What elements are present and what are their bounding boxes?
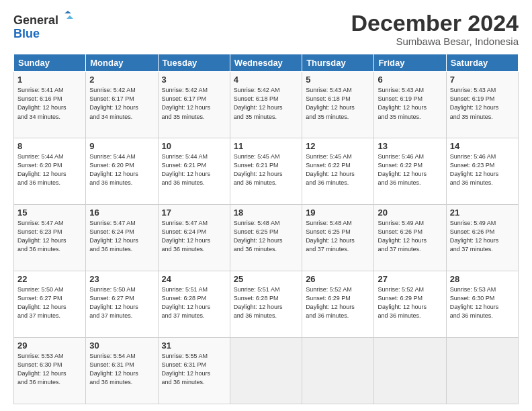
day-number: 11 — [234, 141, 298, 151]
calendar-table: SundayMondayTuesdayWednesdayThursdayFrid… — [13, 54, 519, 404]
calendar-day: 24Sunrise: 5:51 AMSunset: 6:28 PMDayligh… — [158, 271, 230, 338]
day-number: 25 — [234, 274, 298, 284]
day-info: Sunrise: 5:49 AMSunset: 6:26 PMDaylight:… — [378, 219, 442, 254]
day-info: Sunrise: 5:46 AMSunset: 6:23 PMDaylight:… — [450, 152, 515, 187]
calendar-day: 1Sunrise: 5:41 AMSunset: 6:16 PMDaylight… — [14, 72, 86, 138]
weekday-header: Thursday — [302, 54, 374, 72]
day-info: Sunrise: 5:49 AMSunset: 6:26 PMDaylight:… — [450, 219, 515, 254]
day-number: 9 — [89, 141, 154, 151]
weekday-header: Friday — [374, 54, 446, 72]
calendar-day: 19Sunrise: 5:48 AMSunset: 6:25 PMDayligh… — [302, 205, 374, 271]
day-number: 3 — [162, 75, 226, 85]
calendar-day: 22Sunrise: 5:50 AMSunset: 6:27 PMDayligh… — [14, 271, 86, 338]
day-info: Sunrise: 5:41 AMSunset: 6:16 PMDaylight:… — [17, 86, 82, 121]
calendar-week-2: 8Sunrise: 5:44 AMSunset: 6:20 PMDaylight… — [14, 138, 519, 205]
day-number: 17 — [162, 208, 226, 218]
calendar-day: 31Sunrise: 5:55 AMSunset: 6:31 PMDayligh… — [158, 338, 230, 404]
calendar-day: 9Sunrise: 5:44 AMSunset: 6:20 PMDaylight… — [86, 138, 158, 205]
calendar-day: 20Sunrise: 5:49 AMSunset: 6:26 PMDayligh… — [374, 205, 446, 271]
day-info: Sunrise: 5:53 AMSunset: 6:30 PMDaylight:… — [17, 352, 82, 387]
day-number: 18 — [234, 208, 298, 218]
calendar-week-3: 15Sunrise: 5:47 AMSunset: 6:23 PMDayligh… — [14, 205, 519, 271]
calendar-day — [446, 338, 518, 404]
day-number: 5 — [306, 75, 370, 85]
svg-marker-3 — [66, 15, 73, 19]
day-number: 19 — [306, 208, 370, 218]
calendar-day: 18Sunrise: 5:48 AMSunset: 6:25 PMDayligh… — [230, 205, 302, 271]
day-info: Sunrise: 5:55 AMSunset: 6:31 PMDaylight:… — [162, 352, 226, 387]
calendar-day — [374, 338, 446, 404]
day-info: Sunrise: 5:43 AMSunset: 6:19 PMDaylight:… — [378, 86, 442, 121]
day-number: 21 — [450, 208, 515, 218]
day-number: 7 — [450, 75, 515, 85]
day-info: Sunrise: 5:45 AMSunset: 6:22 PMDaylight:… — [306, 152, 370, 187]
weekday-header: Tuesday — [158, 54, 230, 72]
calendar-day: 30Sunrise: 5:54 AMSunset: 6:31 PMDayligh… — [86, 338, 158, 404]
day-info: Sunrise: 5:45 AMSunset: 6:21 PMDaylight:… — [234, 152, 298, 187]
calendar-day: 29Sunrise: 5:53 AMSunset: 6:30 PMDayligh… — [14, 338, 86, 404]
calendar-day: 28Sunrise: 5:53 AMSunset: 6:30 PMDayligh… — [446, 271, 518, 338]
calendar-day: 27Sunrise: 5:52 AMSunset: 6:29 PMDayligh… — [374, 271, 446, 338]
calendar-day: 5Sunrise: 5:43 AMSunset: 6:18 PMDaylight… — [302, 72, 374, 138]
location: Sumbawa Besar, Indonesia — [351, 36, 519, 47]
calendar-day: 12Sunrise: 5:45 AMSunset: 6:22 PMDayligh… — [302, 138, 374, 205]
day-number: 29 — [17, 340, 82, 351]
day-info: Sunrise: 5:47 AMSunset: 6:24 PMDaylight:… — [89, 219, 154, 254]
day-number: 4 — [234, 75, 298, 85]
day-info: Sunrise: 5:51 AMSunset: 6:28 PMDaylight:… — [162, 285, 226, 320]
day-number: 10 — [162, 141, 226, 151]
day-number: 8 — [17, 141, 82, 151]
calendar-day: 25Sunrise: 5:51 AMSunset: 6:28 PMDayligh… — [230, 271, 302, 338]
calendar-day: 14Sunrise: 5:46 AMSunset: 6:23 PMDayligh… — [446, 138, 518, 205]
day-number: 31 — [162, 340, 226, 351]
calendar-day: 23Sunrise: 5:50 AMSunset: 6:27 PMDayligh… — [86, 271, 158, 338]
day-info: Sunrise: 5:44 AMSunset: 6:20 PMDaylight:… — [17, 152, 82, 187]
day-info: Sunrise: 5:42 AMSunset: 6:17 PMDaylight:… — [162, 86, 226, 121]
day-info: Sunrise: 5:47 AMSunset: 6:24 PMDaylight:… — [162, 219, 226, 254]
day-info: Sunrise: 5:42 AMSunset: 6:17 PMDaylight:… — [89, 86, 154, 121]
calendar-day: 6Sunrise: 5:43 AMSunset: 6:19 PMDaylight… — [374, 72, 446, 138]
day-number: 23 — [89, 274, 154, 284]
svg-text:Blue: Blue — [13, 27, 40, 40]
day-info: Sunrise: 5:42 AMSunset: 6:18 PMDaylight:… — [234, 86, 298, 121]
day-info: Sunrise: 5:47 AMSunset: 6:23 PMDaylight:… — [17, 219, 82, 254]
day-info: Sunrise: 5:44 AMSunset: 6:21 PMDaylight:… — [162, 152, 226, 187]
calendar-day: 8Sunrise: 5:44 AMSunset: 6:20 PMDaylight… — [14, 138, 86, 205]
calendar-day: 17Sunrise: 5:47 AMSunset: 6:24 PMDayligh… — [158, 205, 230, 271]
logo: General Blue — [13, 11, 74, 46]
day-info: Sunrise: 5:52 AMSunset: 6:29 PMDaylight:… — [306, 285, 370, 320]
day-number: 16 — [89, 208, 154, 218]
calendar-day: 4Sunrise: 5:42 AMSunset: 6:18 PMDaylight… — [230, 72, 302, 138]
calendar-week-5: 29Sunrise: 5:53 AMSunset: 6:30 PMDayligh… — [14, 338, 519, 404]
calendar-day: 11Sunrise: 5:45 AMSunset: 6:21 PMDayligh… — [230, 138, 302, 205]
header: General Blue December 2024 Sumbawa Besar… — [13, 11, 519, 47]
day-number: 27 — [378, 274, 442, 284]
day-info: Sunrise: 5:53 AMSunset: 6:30 PMDaylight:… — [450, 285, 515, 320]
calendar-day: 16Sunrise: 5:47 AMSunset: 6:24 PMDayligh… — [86, 205, 158, 271]
day-info: Sunrise: 5:43 AMSunset: 6:18 PMDaylight:… — [306, 86, 370, 121]
day-number: 22 — [17, 274, 82, 284]
svg-text:General: General — [13, 13, 58, 27]
day-info: Sunrise: 5:50 AMSunset: 6:27 PMDaylight:… — [89, 285, 154, 320]
title-area: December 2024 Sumbawa Besar, Indonesia — [351, 11, 519, 47]
day-info: Sunrise: 5:48 AMSunset: 6:25 PMDaylight:… — [234, 219, 298, 254]
calendar-day — [230, 338, 302, 404]
day-info: Sunrise: 5:51 AMSunset: 6:28 PMDaylight:… — [234, 285, 298, 320]
calendar-day: 26Sunrise: 5:52 AMSunset: 6:29 PMDayligh… — [302, 271, 374, 338]
weekday-header: Sunday — [14, 54, 86, 72]
day-number: 13 — [378, 141, 442, 151]
day-number: 30 — [89, 340, 154, 351]
calendar-day — [302, 338, 374, 404]
calendar-day: 3Sunrise: 5:42 AMSunset: 6:17 PMDaylight… — [158, 72, 230, 138]
calendar-day: 21Sunrise: 5:49 AMSunset: 6:26 PMDayligh… — [446, 205, 518, 271]
day-info: Sunrise: 5:48 AMSunset: 6:25 PMDaylight:… — [306, 219, 370, 254]
day-number: 12 — [306, 141, 370, 151]
day-number: 26 — [306, 274, 370, 284]
day-info: Sunrise: 5:43 AMSunset: 6:19 PMDaylight:… — [450, 86, 515, 121]
calendar-day: 10Sunrise: 5:44 AMSunset: 6:21 PMDayligh… — [158, 138, 230, 205]
weekday-header-row: SundayMondayTuesdayWednesdayThursdayFrid… — [14, 54, 519, 72]
calendar-day: 15Sunrise: 5:47 AMSunset: 6:23 PMDayligh… — [14, 205, 86, 271]
day-number: 15 — [17, 208, 82, 218]
calendar-day: 7Sunrise: 5:43 AMSunset: 6:19 PMDaylight… — [446, 72, 518, 138]
day-number: 20 — [378, 208, 442, 218]
